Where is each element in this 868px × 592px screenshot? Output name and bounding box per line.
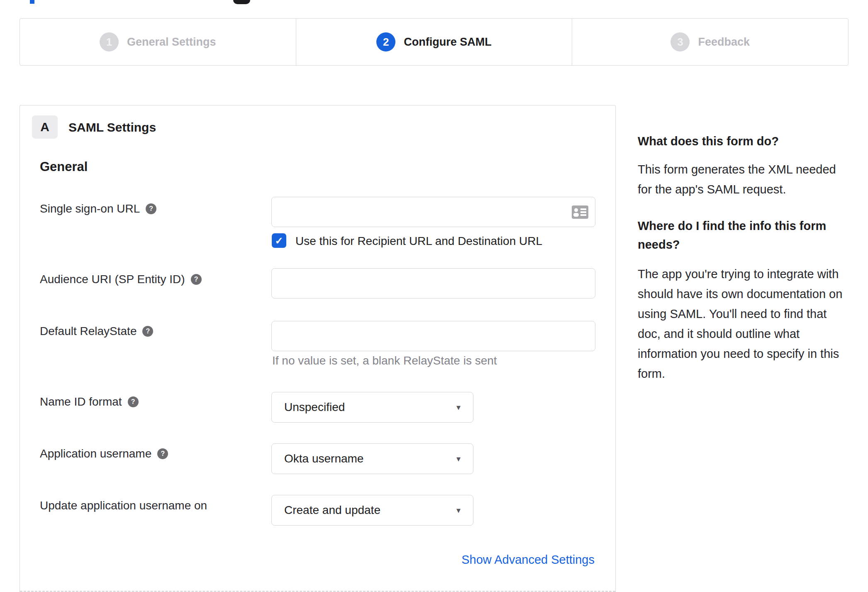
help-icon[interactable]: ? xyxy=(142,326,153,337)
app-username-label-text: Application username xyxy=(40,447,151,460)
name-id-format-label: Name ID format ? xyxy=(40,395,139,409)
step-general-settings[interactable]: 1 General Settings xyxy=(20,19,296,65)
relay-state-label-text: Default RelayState xyxy=(40,325,137,338)
sso-url-input[interactable] xyxy=(271,197,595,227)
sidebar-body-where-text: The app you're trying to integrate with … xyxy=(638,264,847,384)
saml-settings-panel: A SAML Settings General Single sign-on U… xyxy=(20,105,616,592)
name-id-format-select[interactable]: Unspecified ▾ xyxy=(271,392,473,423)
help-icon[interactable]: ? xyxy=(146,203,156,214)
wizard-stepper: 1 General Settings 2 Configure SAML 3 Fe… xyxy=(20,18,848,66)
app-username-label: Application username ? xyxy=(40,447,168,460)
step-configure-saml[interactable]: 2 Configure SAML xyxy=(296,19,572,65)
select-value: Create and update xyxy=(284,504,380,517)
general-section-heading: General xyxy=(40,159,88,174)
relay-state-label: Default RelayState ? xyxy=(40,325,153,338)
recipient-url-checkbox-label: Use this for Recipient URL and Destinati… xyxy=(295,235,542,248)
cropped-icon-fragment xyxy=(233,0,250,4)
step-label: Feedback xyxy=(698,36,750,49)
step-number-badge: 2 xyxy=(376,32,395,51)
audience-uri-input[interactable] xyxy=(271,268,595,298)
app-username-select[interactable]: Okta username ▾ xyxy=(271,443,473,474)
update-app-username-label-text: Update application username on xyxy=(40,499,207,512)
recipient-url-checkbox[interactable]: ✓ xyxy=(272,233,286,248)
contact-card-icon[interactable] xyxy=(572,205,588,219)
help-icon[interactable]: ? xyxy=(157,448,168,459)
chevron-down-icon: ▾ xyxy=(456,402,461,412)
sidebar-heading-where-text: Where do I find the info this form needs… xyxy=(638,217,847,254)
update-app-username-select[interactable]: Create and update ▾ xyxy=(271,495,473,526)
step-label: General Settings xyxy=(127,36,216,49)
cropped-blue-logo-fragment xyxy=(30,0,34,4)
sso-url-label: Single sign-on URL ? xyxy=(40,202,156,215)
sidebar-body-where: The app you're trying to integrate with … xyxy=(638,264,847,384)
panel-title: SAML Settings xyxy=(68,120,156,135)
step-feedback[interactable]: 3 Feedback xyxy=(572,19,848,65)
update-app-username-label: Update application username on xyxy=(40,499,207,512)
sidebar-heading-what-text: What does this form do? xyxy=(638,132,847,151)
chevron-down-icon: ▾ xyxy=(456,454,461,464)
audience-uri-label-text: Audience URI (SP Entity ID) xyxy=(40,273,185,286)
relay-state-input[interactable] xyxy=(271,321,595,351)
step-number-badge: 1 xyxy=(100,32,119,51)
sso-url-label-text: Single sign-on URL xyxy=(40,202,140,215)
show-advanced-settings-link[interactable]: Show Advanced Settings xyxy=(461,553,595,567)
section-a-badge: A xyxy=(32,115,58,139)
sidebar-body-what: This form generates the XML needed for t… xyxy=(638,159,847,199)
sidebar-body-what-text: This form generates the XML needed for t… xyxy=(638,159,847,199)
step-label: Configure SAML xyxy=(404,36,491,49)
help-icon[interactable]: ? xyxy=(128,396,139,407)
select-value: Unspecified xyxy=(284,401,345,414)
chevron-down-icon: ▾ xyxy=(456,505,461,515)
sidebar-heading-what: What does this form do? xyxy=(638,132,847,151)
step-number-badge: 3 xyxy=(671,32,690,51)
audience-uri-label: Audience URI (SP Entity ID) ? xyxy=(40,273,202,286)
help-icon[interactable]: ? xyxy=(191,274,202,285)
name-id-format-label-text: Name ID format xyxy=(40,395,122,409)
relay-state-hint: If no value is set, a blank RelayState i… xyxy=(272,354,497,367)
select-value: Okta username xyxy=(284,452,363,465)
sidebar-heading-where: Where do I find the info this form needs… xyxy=(638,217,847,254)
